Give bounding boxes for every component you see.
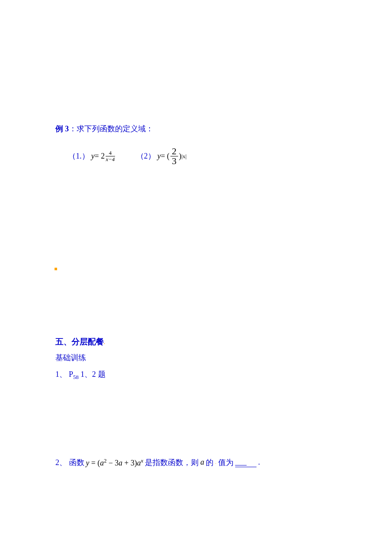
question-1: 1、 P58 1、2 题 — [55, 369, 337, 381]
formula-1-label: （1.） — [68, 152, 89, 160]
section-five: 五、分层配餐. 基础训练 1、 P58 1、2 题 2、 函数 y = (a2 … — [55, 336, 337, 468]
formula-2-label: （2） — [136, 152, 156, 160]
formula-2-fraction: 2 3 — [170, 147, 178, 166]
formula-1-exponent: 4 x−4 — [106, 150, 115, 163]
marker-icon — [55, 268, 57, 270]
blank-underline — [235, 458, 257, 467]
question-2: 2、 函数 y = (a2 − 3a + 3)ax 是指数函数，则 a 的.值为… — [55, 457, 337, 468]
formula-1-math: y = 2 4 x−4 — [91, 150, 115, 163]
section-title: 五、分层配餐. — [55, 336, 337, 347]
dot-icon: . — [104, 340, 105, 345]
subsection-label: 基础训练 — [55, 353, 337, 363]
formula-2-math: y = ( 2 3 )|x| — [157, 147, 186, 166]
example-title: 例 3：求下列函数的定义域： — [55, 124, 337, 134]
formula-1: （1.） y = 2 4 x−4 — [68, 150, 115, 163]
example-text: ：求下列函数的定义域： — [69, 124, 153, 133]
formula-2: （2） y = ( 2 3 )|x| — [136, 147, 187, 166]
dot-icon: . — [215, 460, 216, 465]
formula-row: （1.） y = 2 4 x−4 （2） y = ( 2 3 )|x| — [55, 147, 337, 166]
question-2-formula: y = (a2 − 3a + 3)ax — [86, 457, 144, 468]
example-label: 例 3 — [55, 124, 69, 133]
